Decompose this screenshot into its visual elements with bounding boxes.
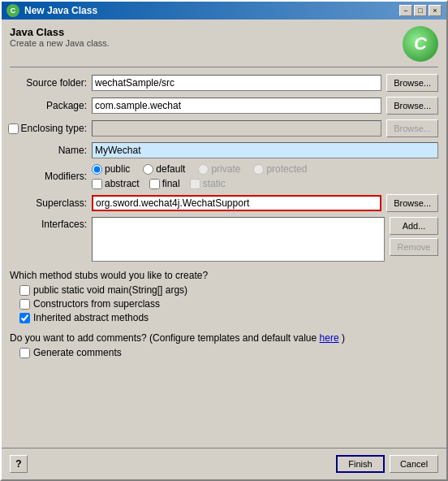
interfaces-buttons: Add... Remove — [390, 217, 438, 262]
name-label: Name: — [10, 145, 87, 156]
modifiers-content: public default private protected — [92, 163, 438, 189]
comments-here-link[interactable]: here — [320, 332, 339, 344]
stub-main-item: public static void main(String[] args) — [19, 284, 438, 296]
modifier-private-option[interactable]: private — [198, 163, 240, 175]
modifier-public-radio[interactable] — [92, 164, 102, 175]
modifiers-label: Modifiers: — [10, 171, 87, 182]
generate-comments-checkbox[interactable] — [19, 348, 30, 358]
stub-main-checkbox[interactable] — [19, 285, 30, 296]
modifier-abstract-option[interactable]: abstract — [92, 178, 140, 189]
modifier-radio-group: public default private protected — [92, 163, 438, 175]
modifier-abstract-checkbox[interactable] — [92, 179, 102, 189]
interfaces-remove-button[interactable]: Remove — [390, 238, 438, 256]
modifier-static-label: static — [203, 178, 226, 189]
enclosing-type-label: Enclosing type: — [21, 123, 87, 134]
modifier-private-label: private — [211, 163, 240, 175]
modifier-final-checkbox[interactable] — [149, 179, 160, 189]
modifier-protected-radio[interactable] — [253, 164, 264, 175]
modifier-protected-option[interactable]: protected — [253, 163, 307, 175]
stub-main-label: public static void main(String[] args) — [33, 284, 187, 296]
modifier-final-label: final — [162, 178, 180, 189]
comments-section: Do you want to add comments? (Configure … — [10, 332, 438, 361]
header-section: Java Class Create a new Java class. C — [10, 26, 438, 67]
window-title: New Java Class — [24, 5, 97, 16]
enclosing-type-browse-button[interactable]: Browse... — [386, 119, 438, 137]
package-label: Package: — [10, 100, 87, 111]
dialog-title: Java Class — [10, 26, 110, 38]
close-button[interactable]: × — [429, 5, 442, 16]
header-logo: C — [403, 26, 438, 62]
modifiers-row: Modifiers: public default private — [10, 163, 438, 189]
dialog-content: Java Class Create a new Java class. C So… — [2, 20, 446, 448]
modifier-protected-label: protected — [266, 163, 307, 175]
titlebar-left: C New Java Class — [6, 4, 97, 17]
minimize-button[interactable]: − — [399, 5, 412, 16]
modifier-final-option[interactable]: final — [149, 178, 180, 189]
stub-inherited-label: Inherited abstract methods — [33, 312, 149, 323]
stub-constructors-item: Constructors from superclass — [19, 298, 438, 310]
interfaces-add-button[interactable]: Add... — [390, 217, 438, 235]
generate-comments-label: Generate comments — [33, 347, 122, 358]
superclass-label: Superclass: — [10, 197, 87, 209]
source-folder-label: Source folder: — [10, 77, 87, 89]
modifier-default-option[interactable]: default — [143, 163, 185, 175]
titlebar: C New Java Class − □ × — [2, 2, 446, 20]
dialog-subtitle: Create a new Java class. — [10, 38, 110, 48]
interfaces-label: Interfaces: — [10, 217, 87, 262]
stub-constructors-label: Constructors from superclass — [33, 298, 160, 310]
modifier-private-radio[interactable] — [198, 164, 209, 175]
header-text: Java Class Create a new Java class. — [10, 26, 110, 48]
modifier-default-label: default — [156, 163, 185, 175]
cancel-button[interactable]: Cancel — [390, 455, 438, 473]
name-row: Name: — [10, 142, 438, 158]
main-window: C New Java Class − □ × Java Class Create… — [0, 0, 448, 481]
modifier-checkbox-group: abstract final static — [92, 178, 438, 189]
enclosing-type-input[interactable] — [92, 120, 381, 136]
interfaces-list — [92, 217, 385, 262]
package-row: Package: Browse... — [10, 97, 438, 115]
modifier-static-checkbox[interactable] — [190, 179, 200, 189]
source-folder-browse-button[interactable]: Browse... — [386, 74, 438, 92]
interfaces-row: Interfaces: Add... Remove — [10, 217, 438, 262]
finish-button[interactable]: Finish — [336, 455, 385, 473]
modifier-public-option[interactable]: public — [92, 163, 130, 175]
method-stubs-section: Which method stubs would you like to cre… — [10, 270, 438, 326]
generate-comments-item: Generate comments — [19, 347, 438, 358]
window-icon: C — [6, 4, 19, 17]
enclosing-type-row: Enclosing type: Browse... — [10, 119, 438, 137]
stub-inherited-checkbox[interactable] — [19, 313, 30, 323]
source-folder-row: Source folder: Browse... — [10, 74, 438, 92]
stub-inherited-item: Inherited abstract methods — [19, 312, 438, 323]
superclass-row: Superclass: Browse... — [10, 194, 438, 212]
package-input[interactable] — [92, 98, 381, 114]
stub-constructors-checkbox[interactable] — [19, 299, 30, 310]
maximize-button[interactable]: □ — [414, 5, 427, 16]
comments-configure-label: Do you want to add comments? (Configure … — [10, 332, 438, 344]
method-stubs-label: Which method stubs would you like to cre… — [10, 270, 438, 281]
bottom-bar: ? Finish Cancel — [2, 448, 446, 479]
modifier-abstract-label: abstract — [105, 178, 140, 189]
source-folder-input[interactable] — [92, 75, 381, 91]
bottom-right-buttons: Finish Cancel — [336, 455, 438, 473]
titlebar-buttons: − □ × — [399, 5, 442, 16]
package-browse-button[interactable]: Browse... — [386, 97, 438, 115]
modifier-public-label: public — [105, 163, 130, 175]
enclosing-type-checkbox[interactable] — [8, 124, 19, 134]
modifier-static-option[interactable]: static — [190, 178, 226, 189]
modifier-default-radio[interactable] — [143, 164, 153, 175]
superclass-input[interactable] — [92, 195, 381, 211]
name-input[interactable] — [92, 142, 438, 158]
superclass-browse-button[interactable]: Browse... — [386, 194, 438, 212]
help-button[interactable]: ? — [10, 455, 28, 473]
